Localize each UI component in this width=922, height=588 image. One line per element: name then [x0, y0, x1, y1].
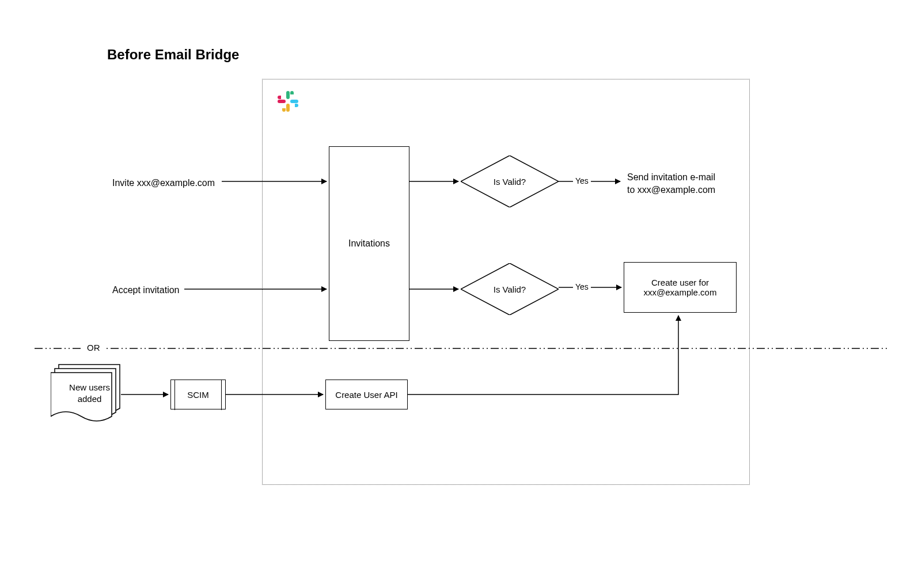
- diagram-canvas: Before Email Bridge Invite xxx@example.c…: [0, 0, 922, 588]
- node-decision-2-label: Is Valid?: [461, 263, 559, 315]
- edge-label-yes-1: Yes: [573, 176, 591, 185]
- node-create-user-api: Create User API: [325, 380, 408, 409]
- input-invite-label: Invite xxx@example.com: [112, 177, 215, 189]
- svg-rect-1: [290, 100, 298, 103]
- edge-valid1-to-sendemail: [559, 179, 625, 184]
- svg-rect-3: [278, 100, 286, 103]
- svg-rect-2: [286, 104, 290, 112]
- node-send-email: Send invitation e-mail to xxx@example.co…: [627, 171, 715, 196]
- node-create-user-api-label: Create User API: [335, 390, 397, 400]
- edge-newusers-to-scim: [121, 392, 173, 397]
- edge-invitations-to-valid2: [409, 286, 464, 292]
- edge-accept-to-invitations: [184, 286, 331, 292]
- node-new-users-docs: New users added: [51, 363, 128, 427]
- svg-rect-0: [286, 91, 290, 99]
- edge-scim-to-createapi: [226, 392, 328, 397]
- node-invitations-label: Invitations: [348, 238, 390, 249]
- edge-invite-to-invitations: [222, 179, 331, 184]
- edge-valid2-to-createuser: [559, 284, 626, 290]
- node-invitations: Invitations: [329, 146, 409, 341]
- node-new-users-label: New users added: [56, 382, 123, 404]
- diagram-title: Before Email Bridge: [107, 47, 239, 63]
- edge-createapi-to-createuser: [408, 311, 684, 397]
- node-scim: SCIM: [170, 380, 226, 409]
- input-accept-label: Accept invitation: [112, 284, 180, 297]
- edge-invitations-to-valid1: [409, 179, 464, 184]
- node-create-user-label: Create user for xxx@example.com: [644, 278, 717, 297]
- node-decision-is-valid-1: Is Valid?: [461, 155, 559, 207]
- node-decision-is-valid-2: Is Valid?: [461, 263, 559, 315]
- node-create-user: Create user for xxx@example.com: [624, 262, 737, 313]
- edge-label-yes-2: Yes: [573, 282, 591, 291]
- divider-or-label: OR: [84, 343, 104, 352]
- slack-icon: [276, 90, 299, 113]
- node-decision-1-label: Is Valid?: [461, 155, 559, 207]
- node-scim-label: SCIM: [187, 390, 209, 400]
